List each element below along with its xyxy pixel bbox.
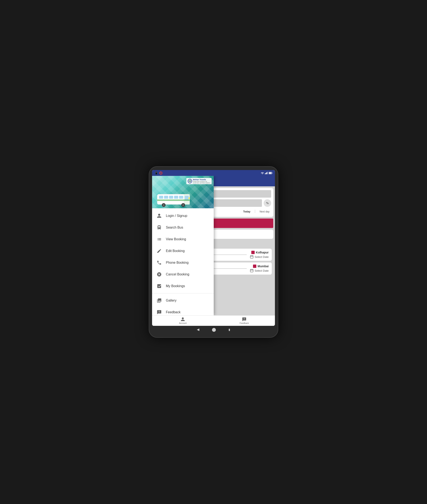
list-icon <box>156 236 162 242</box>
calendar-icon <box>250 255 254 259</box>
device-frame: 📱 ⭕ <box>149 166 278 338</box>
nav-item-account[interactable]: Account <box>152 317 214 324</box>
route-dest-kolhapur: Kolhapur <box>251 251 269 254</box>
menu-item-my-bookings[interactable]: My Bookings <box>152 280 214 292</box>
svg-rect-25 <box>164 196 168 199</box>
feedback-icon <box>156 309 162 315</box>
bus-icon <box>156 225 162 230</box>
mumbai-date-btn[interactable]: Select Date <box>250 269 269 273</box>
back-button[interactable]: ◀ <box>197 328 199 331</box>
svg-rect-27 <box>174 196 178 199</box>
wifi-icon: ⭕ <box>159 172 162 175</box>
sim-icon: 📱 <box>155 172 158 175</box>
phone-booking-label: Phone Booking <box>166 261 189 265</box>
drawer-header: Mohan Travels Pratap Rail Transport Ltd.… <box>152 176 214 208</box>
kolhapur-date-btn[interactable]: Select Date <box>250 255 269 259</box>
mumbai-flag <box>253 265 256 268</box>
swap-button[interactable] <box>264 199 271 207</box>
main-content: Mohan Travels Pratap Rail Transport Ltd.… <box>152 176 275 315</box>
drawer-menu: Login / Signup Search Bus <box>152 208 214 315</box>
svg-point-35 <box>182 204 184 206</box>
menu-item-cancel-booking[interactable]: Cancel Booking <box>152 268 214 280</box>
signal-icon <box>265 172 268 174</box>
cancel-booking-label: Cancel Booking <box>166 273 189 276</box>
svg-rect-15 <box>250 269 253 272</box>
menu-item-login[interactable]: Login / Signup <box>152 210 214 222</box>
account-nav-icon <box>181 317 185 322</box>
status-bar: 📱 ⭕ <box>152 170 275 176</box>
tab-nextday[interactable]: Next day <box>258 209 271 214</box>
logo-iso: AN ISO 9001 CERTIFIED COMPANY <box>193 182 210 184</box>
menu-item-gallery[interactable]: Gallery <box>152 295 214 306</box>
svg-rect-31 <box>157 199 190 201</box>
mumbai-select-date: Select Date <box>255 269 269 272</box>
menu-divider <box>152 293 214 293</box>
cancel-icon <box>156 271 162 277</box>
svg-rect-24 <box>159 196 163 199</box>
view-booking-label: View Booking <box>166 237 186 241</box>
search-bus-label: Search Bus <box>166 226 183 229</box>
bookings-icon <box>156 283 162 289</box>
feedback-nav-label: Feedback <box>240 322 249 324</box>
status-bar-left: 📱 ⭕ <box>155 172 162 175</box>
home-button[interactable]: ⬤ <box>212 327 216 332</box>
svg-rect-7 <box>269 172 271 173</box>
navigation-drawer: Mohan Travels Pratap Rail Transport Ltd.… <box>152 176 214 315</box>
my-bookings-label: My Bookings <box>166 284 185 288</box>
svg-rect-36 <box>188 198 190 199</box>
mumbai-name: Mumbai <box>258 265 269 268</box>
feedback-nav-icon <box>242 317 246 322</box>
drawer-logo: Mohan Travels Pratap Rail Transport Ltd.… <box>186 178 212 184</box>
device-bottom-buttons: ◀ ⬤ ▮ <box>152 326 275 333</box>
edit-icon <box>156 248 162 254</box>
battery-icon <box>269 172 272 174</box>
svg-rect-4 <box>267 172 268 174</box>
tab-today[interactable]: Today <box>242 209 252 214</box>
menu-item-edit-booking[interactable]: Edit Booking <box>152 245 214 257</box>
wifi-signal-icon <box>261 172 264 174</box>
phone-icon <box>156 260 162 266</box>
edit-booking-label: Edit Booking <box>166 249 185 253</box>
bus-illustration <box>154 190 192 207</box>
svg-rect-2 <box>266 173 266 174</box>
svg-point-22 <box>189 181 191 182</box>
menu-item-view-booking[interactable]: View Booking <box>152 233 214 245</box>
svg-rect-3 <box>267 172 267 174</box>
svg-rect-6 <box>272 173 272 173</box>
kolhapur-name: Kolhapur <box>256 251 269 254</box>
calendar-icon-2 <box>250 269 254 273</box>
svg-rect-11 <box>250 256 253 258</box>
route-dest-mumbai: Mumbai <box>253 265 269 268</box>
logo-subbrand: Pratap Rail Transport Ltd. <box>193 181 210 182</box>
gallery-label: Gallery <box>166 299 176 302</box>
person-icon <box>156 213 162 219</box>
svg-rect-1 <box>265 173 266 174</box>
svg-point-33 <box>162 204 165 206</box>
feedback-label: Feedback <box>166 310 181 314</box>
gallery-icon <box>156 298 162 303</box>
svg-rect-26 <box>169 196 173 199</box>
nav-item-feedback[interactable]: Feedback <box>214 317 275 324</box>
menu-item-search-bus[interactable]: Search Bus <box>152 222 214 233</box>
recent-apps-button[interactable]: ▮ <box>229 328 230 331</box>
menu-item-feedback[interactable]: Feedback <box>152 306 214 315</box>
svg-point-0 <box>262 174 263 174</box>
login-label: Login / Signup <box>166 214 187 218</box>
logo-globe-icon <box>188 179 192 183</box>
logo-brand: Mohan Travels <box>193 179 210 181</box>
bottom-navigation: Account Feedback <box>152 315 275 326</box>
kolhapur-flag <box>251 251 255 254</box>
kolhapur-select-date: Select Date <box>255 255 269 259</box>
logo-text: Mohan Travels Pratap Rail Transport Ltd.… <box>193 179 210 184</box>
menu-item-phone-booking[interactable]: Phone Booking <box>152 257 214 268</box>
device-screen: 📱 ⭕ <box>152 170 275 326</box>
status-bar-right <box>261 172 272 174</box>
svg-rect-28 <box>179 196 183 199</box>
account-nav-label: Account <box>179 322 187 324</box>
